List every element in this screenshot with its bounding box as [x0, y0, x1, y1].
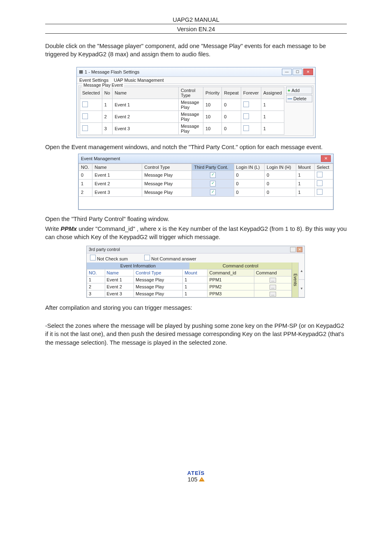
- table-row[interactable]: 1 Event 1 Message Play 1 PPM1 ...: [87, 276, 292, 283]
- col-forever: Forever: [241, 87, 261, 99]
- col-control-type: Control Type: [134, 269, 183, 276]
- paragraph-3b: Write PPMx under "Command_id" , where x …: [45, 225, 347, 242]
- col-control-type: Control Type: [178, 87, 203, 99]
- menu-event-settings[interactable]: Event Settings: [79, 78, 108, 83]
- command-id-cell[interactable]: PPM1: [208, 276, 254, 283]
- minus-icon: —: [288, 96, 292, 101]
- minimize-button[interactable]: —: [282, 69, 292, 75]
- menu-uap-music-management[interactable]: UAP Music Management: [114, 78, 164, 83]
- event-management-table: NO. Name Control Type Third Party Cont. …: [78, 164, 333, 210]
- col-repeat: Repeat: [222, 87, 241, 99]
- col-select: Select: [314, 164, 333, 170]
- third-party-checkbox[interactable]: [210, 172, 216, 178]
- window-title: 1 - Message Flash Settings: [85, 69, 139, 74]
- select-checkbox[interactable]: [317, 172, 323, 177]
- close-button[interactable]: ✕: [321, 155, 331, 162]
- col-control-type: Control Type: [142, 164, 192, 170]
- close-button[interactable]: ✕: [297, 247, 302, 252]
- events-side-tab[interactable]: Events: [292, 263, 298, 297]
- scroll-up-button[interactable]: ▲: [299, 263, 304, 280]
- command-edit-button[interactable]: ...: [270, 292, 276, 297]
- paragraph-5: -Select the zones where the message will…: [45, 322, 347, 347]
- col-mount: Mount: [296, 164, 314, 170]
- third-party-control-window: 3rd party control ✕ Not Check sum Not Co…: [86, 246, 305, 298]
- table-row[interactable]: 2 Event 2 Message Play 1 PPM2 ...: [87, 283, 292, 290]
- col-assigned: Assigned: [261, 87, 284, 99]
- group-label: Message Play Event: [82, 83, 124, 88]
- col-name: Name: [92, 164, 142, 170]
- command-edit-button[interactable]: ...: [270, 278, 276, 283]
- paragraph-4: After compilation and storing you can tr…: [45, 304, 347, 312]
- close-button[interactable]: ✕: [303, 69, 313, 75]
- third-party-checkbox[interactable]: [210, 181, 216, 187]
- col-third-party-cont: Third Party Cont.: [192, 164, 234, 170]
- paragraph-3a: Open the "Third Party Control" floating …: [45, 215, 347, 223]
- event-management-window: Event Management ✕ NO. Name Control Type…: [78, 154, 334, 210]
- command-control-header: Command control: [189, 263, 292, 269]
- window-title: Event Management: [81, 156, 120, 161]
- table-row[interactable]: 3 Event 3 Message Play 10 0 1: [80, 122, 284, 134]
- message-flash-settings-window: ▦ 1 - Message Flash Settings — ☐ ✕ Event…: [76, 67, 316, 138]
- col-priority: Priority: [203, 87, 222, 99]
- not-check-sum-option[interactable]: Not Check sum: [90, 255, 128, 261]
- page-number: 105: [187, 476, 197, 483]
- col-command-id: Command_id: [208, 269, 254, 276]
- pin-icon[interactable]: [290, 247, 296, 252]
- table-row[interactable]: 3 Event 3 Message Play 1 PPM3 ...: [87, 290, 292, 297]
- table-row[interactable]: 1 Event 2 Message Play 0 0 1: [79, 179, 333, 188]
- paragraph-1: Double click on the "Message player" com…: [45, 42, 347, 59]
- maximize-button[interactable]: ☐: [293, 69, 302, 75]
- select-checkbox[interactable]: [317, 189, 323, 195]
- col-selected: Selected: [80, 87, 102, 99]
- triangle-icon: [199, 477, 205, 481]
- forever-checkbox[interactable]: [243, 125, 249, 131]
- col-command: Command: [254, 269, 291, 276]
- col-no: NO.: [79, 164, 92, 170]
- col-mount: Mount: [183, 269, 208, 276]
- window-icon: ▦: [79, 69, 83, 74]
- select-checkbox[interactable]: [317, 180, 323, 186]
- col-name: Name: [112, 87, 178, 99]
- selected-checkbox[interactable]: [82, 125, 88, 131]
- checkbox[interactable]: [144, 255, 150, 260]
- col-login-in-l: Login IN (L): [234, 164, 264, 170]
- window-title: 3rd party control: [89, 247, 120, 252]
- col-no: No: [102, 87, 112, 99]
- doc-version: Version EN.24: [45, 26, 347, 34]
- selected-checkbox[interactable]: [82, 113, 88, 119]
- third-party-checkbox[interactable]: [210, 189, 216, 195]
- not-command-answer-option[interactable]: Not Command answer: [144, 255, 196, 261]
- table-row[interactable]: 2 Event 3 Message Play 0 0 1: [79, 188, 333, 196]
- event-information-header: Event Information: [87, 263, 189, 269]
- message-play-event-table: Selected No Name Control Type Priority R…: [80, 87, 284, 135]
- col-login-in-h: Login IN (H): [265, 164, 296, 170]
- forever-checkbox[interactable]: [243, 113, 249, 119]
- selected-checkbox[interactable]: [82, 101, 88, 107]
- table-row[interactable]: 1 Event 1 Message Play 10 0 1: [80, 99, 284, 111]
- add-button[interactable]: +Add: [286, 87, 312, 94]
- checkbox[interactable]: [90, 255, 96, 260]
- delete-button[interactable]: —Delete: [286, 95, 312, 102]
- plus-icon: +: [288, 88, 290, 93]
- table-row[interactable]: 2 Event 2 Message Play 10 0 1: [80, 111, 284, 122]
- col-no: NO.: [87, 269, 105, 276]
- paragraph-2: Open the Event management windows, and n…: [45, 143, 347, 151]
- col-name: Name: [105, 269, 134, 276]
- brand-logo: ATEÏS: [45, 470, 347, 476]
- command-id-cell[interactable]: PPM3: [208, 290, 254, 297]
- command-id-cell[interactable]: PPM2: [208, 283, 254, 290]
- forever-checkbox[interactable]: [243, 101, 249, 107]
- command-edit-button[interactable]: ...: [270, 285, 276, 290]
- doc-title: UAPG2 MANUAL: [45, 16, 347, 24]
- third-party-table: NO. Name Control Type Mount Command_id C…: [87, 269, 292, 297]
- table-row[interactable]: 0 Event 1 Message Play 0 0 1: [79, 170, 333, 179]
- scroll-down-button[interactable]: ▼: [299, 280, 304, 297]
